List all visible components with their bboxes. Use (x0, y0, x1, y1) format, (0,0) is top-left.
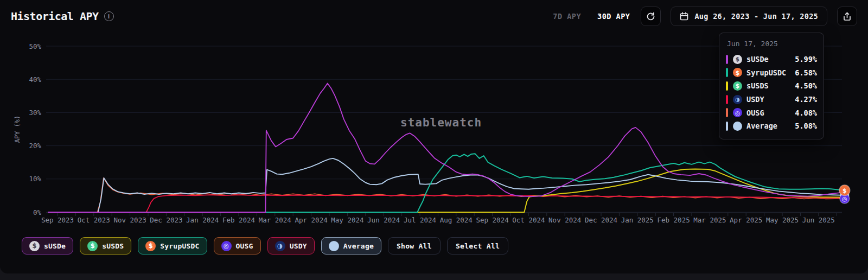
svg-text:10%: 10% (29, 175, 41, 183)
select-all-button[interactable]: Select All (447, 237, 508, 254)
series-value: 5.08% (795, 122, 817, 130)
series-value: 4.27% (795, 95, 817, 104)
legend-chip-susds[interactable]: $ sUSDS (80, 237, 131, 254)
series-color-bar (726, 122, 728, 131)
tooltip-row: ◑ USDY 4.27% (726, 93, 817, 106)
toggle-30d-apy[interactable]: 30D APY (596, 10, 631, 23)
svg-text:$: $ (843, 187, 847, 194)
coin-icon: $ (733, 55, 742, 64)
legend-chip-susde[interactable]: $ sUSDe (22, 237, 73, 254)
coin-icon: ◎ (221, 241, 232, 251)
series-value: 5.99% (795, 55, 817, 63)
tooltip-row: $ sUSDS 4.50% (726, 79, 817, 93)
calendar-icon (680, 12, 688, 21)
tooltip-row: $ sUSDe 5.99% (726, 53, 817, 66)
series-color-bar (726, 68, 728, 77)
coin-icon (733, 122, 742, 131)
svg-text:Jan 2024: Jan 2024 (186, 216, 219, 224)
historical-apy-card: 0%10%20%30%40%50%Sep 2023Oct 2023Nov 202… (0, 0, 868, 273)
svg-text:Nov 2023: Nov 2023 (113, 216, 146, 224)
export-button[interactable] (837, 7, 857, 26)
legend-chip-label: USDY (290, 242, 307, 250)
series-color-bar (726, 108, 728, 117)
share-icon (843, 12, 852, 21)
svg-text:Feb 2025: Feb 2025 (657, 216, 690, 224)
info-icon[interactable]: i (104, 11, 114, 21)
tooltip-date: Jun 17, 2025 (727, 40, 817, 48)
svg-text:Jan 2025: Jan 2025 (621, 216, 654, 224)
svg-text:Mar 2024: Mar 2024 (259, 216, 291, 224)
svg-text:30%: 30% (29, 109, 41, 117)
series-color-bar (726, 95, 728, 104)
coin-icon: $ (87, 241, 98, 251)
series-name: Average (746, 122, 777, 130)
coin-icon (329, 241, 339, 251)
svg-text:APY (%): APY (%) (14, 116, 21, 143)
svg-text:20%: 20% (29, 142, 41, 150)
svg-text:Jun 2024: Jun 2024 (367, 216, 400, 224)
legend-chip-average[interactable]: Average (321, 237, 381, 254)
svg-text:Sep 2024: Sep 2024 (476, 216, 508, 224)
svg-text:Dec 2024: Dec 2024 (585, 216, 617, 224)
coin-icon: ◑ (733, 95, 742, 104)
svg-text:Feb 2024: Feb 2024 (222, 216, 255, 224)
svg-text:50%: 50% (29, 42, 41, 50)
legend-chip-label: sUSDe (44, 242, 66, 250)
coin-icon: $ (145, 241, 156, 251)
series-name: OUSG (746, 109, 764, 117)
legend-chip-label: Average (343, 242, 374, 250)
svg-text:Oct 2024: Oct 2024 (512, 216, 545, 224)
toggle-7d-apy[interactable]: 7D APY (552, 10, 582, 23)
svg-text:Dec 2023: Dec 2023 (150, 216, 182, 224)
legend-chip-ousg[interactable]: ◎ OUSG (214, 237, 261, 254)
coin-icon: $ (733, 68, 742, 77)
coin-icon: $ (733, 81, 742, 91)
tooltip-row: Average 5.08% (726, 119, 817, 133)
series-color-bar (726, 81, 728, 91)
svg-text:Jun 2025: Jun 2025 (802, 216, 835, 224)
legend-chip-label: OUSG (236, 242, 253, 250)
series-name: SyrupUSDC (746, 68, 786, 77)
series-value: 6.58% (795, 68, 817, 77)
header-controls: 7D APY 30D APY Aug 26, 2023 - Jun 17, 20… (552, 7, 857, 26)
legend-chip-label: sUSDS (102, 242, 124, 250)
card-header: Historical APY i 7D APY 30D APY Aug 26, … (0, 0, 868, 33)
svg-text:Jul 2024: Jul 2024 (404, 216, 436, 224)
date-range-button[interactable]: Aug 26, 2023 - Jun 17, 2025 (671, 7, 827, 26)
tooltip-row: $ SyrupUSDC 6.58% (726, 66, 817, 80)
coin-icon: ◎ (733, 108, 742, 117)
svg-text:Apr 2024: Apr 2024 (295, 216, 327, 224)
legend-chip-label: SyrupUSDC (160, 242, 199, 250)
refresh-icon (646, 12, 655, 21)
svg-text:May 2025: May 2025 (766, 216, 799, 224)
svg-text:Sep 2023: Sep 2023 (41, 216, 74, 224)
series-value: 4.50% (795, 81, 817, 90)
series-name: sUSDe (746, 55, 769, 63)
show-all-button[interactable]: Show All (388, 237, 441, 254)
svg-text:Nov 2024: Nov 2024 (548, 216, 581, 224)
chart-tooltip: Jun 17, 2025 $ sUSDe 5.99% $ SyrupUSDC 6… (719, 33, 824, 139)
svg-text:0%: 0% (33, 208, 42, 217)
svg-text:May 2024: May 2024 (331, 216, 363, 224)
legend-chip-syrupusdc[interactable]: $ SyrupUSDC (138, 237, 207, 254)
coin-icon: $ (29, 241, 40, 251)
page-title: Historical APY (11, 10, 99, 23)
series-name: sUSDS (746, 81, 769, 90)
legend-chip-usdy[interactable]: ◑ USDY (267, 237, 315, 254)
svg-text:◎: ◎ (842, 195, 847, 202)
series-color-bar (726, 55, 728, 64)
legend-bar: $ sUSDe $ sUSDS $ SyrupUSDC ◎ OUSG ◑ USD… (22, 237, 508, 254)
coin-icon: ◑ (275, 241, 285, 251)
tooltip-row: ◎ OUSG 4.08% (726, 106, 817, 119)
svg-text:Aug 2024: Aug 2024 (440, 216, 473, 224)
svg-text:Mar 2025: Mar 2025 (693, 216, 726, 224)
svg-text:Apr 2025: Apr 2025 (730, 216, 762, 224)
svg-text:40%: 40% (29, 75, 41, 84)
series-name: USDY (746, 95, 764, 104)
date-range-label: Aug 26, 2023 - Jun 17, 2025 (694, 12, 818, 21)
svg-text:Oct 2023: Oct 2023 (78, 216, 110, 224)
series-value: 4.08% (795, 109, 817, 117)
refresh-button[interactable] (641, 7, 661, 26)
